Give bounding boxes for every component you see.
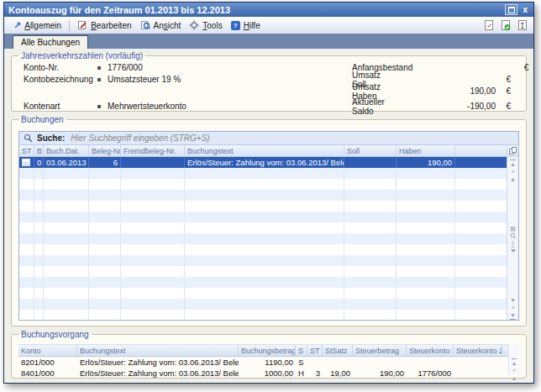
menu-hilfe[interactable]: ? Hilfe xyxy=(227,20,265,31)
zoom-icon[interactable] xyxy=(510,233,517,240)
cell-steuerbetrag xyxy=(353,357,407,368)
transaction-legend: Buchungsvorgang xyxy=(18,330,92,339)
field-value: 190,00 xyxy=(395,86,496,96)
menu-bearbeiten[interactable]: Bearbeiten xyxy=(73,19,135,31)
cell-st: 3 xyxy=(307,368,323,379)
column-header-st[interactable]: ST xyxy=(307,345,323,356)
summary-section: Jahresverkehrszahlen (vorläufig) Konto-N… xyxy=(11,51,527,112)
app-window: Kontoauszug für den Zeitraum 01.2013 bis… xyxy=(3,2,534,384)
card-view-icon[interactable]: ▤ xyxy=(510,225,516,233)
column-header-stsatz[interactable]: StSatz xyxy=(323,345,353,356)
sum-icon[interactable]: ∑ xyxy=(511,240,515,248)
scroll-down-icon[interactable]: ▼ xyxy=(510,296,516,304)
menu-bearbeiten-label: Bearbeiten xyxy=(91,21,131,30)
view-magnifier-icon xyxy=(140,20,150,30)
tab-alle-buchungen[interactable]: Alle Buchungen xyxy=(13,35,88,49)
menu-allgemein-label: Allgemein xyxy=(24,21,61,30)
field-label: Konto-Nr. xyxy=(24,63,97,72)
cell-konto: 8401/000 xyxy=(18,368,77,379)
sum-document-icon[interactable]: Σ xyxy=(517,19,528,31)
column-header-buchungstext[interactable]: Buchungstext xyxy=(185,145,344,156)
booking-empty-row[interactable] xyxy=(19,179,507,190)
column-chooser-icon[interactable] xyxy=(507,145,518,157)
content-area: Jahresverkehrszahlen (vorläufig) Konto-N… xyxy=(4,49,533,383)
report-document-icon[interactable] xyxy=(483,19,495,31)
cell-steuerkonto2 xyxy=(454,368,502,379)
booking-empty-row[interactable] xyxy=(19,277,507,288)
bookings-header-row: ST B Buch.Dat. Beleg-Nr. Fremdbeleg-Nr. … xyxy=(19,145,507,157)
filter-icon[interactable] xyxy=(511,249,516,253)
booking-row-selected[interactable]: 0 03.06.2013 6 Erlös/Steuer: Zahlung vom… xyxy=(19,157,507,168)
column-header-steuerkonto2[interactable]: Steuerkonto 2 xyxy=(454,345,502,356)
titlebar: Kontoauszug für den Zeitraum 01.2013 bis… xyxy=(4,3,533,17)
column-header-s[interactable]: S xyxy=(296,345,307,356)
scroll-up-icon[interactable]: ▲ xyxy=(510,175,516,183)
field-value: -190,00 xyxy=(395,102,496,111)
booking-empty-row[interactable] xyxy=(19,212,507,222)
summary-legend: Jahresverkehrszahlen (vorläufig) xyxy=(18,51,145,60)
booking-empty-row[interactable] xyxy=(19,255,507,266)
column-header-haben[interactable]: Haben xyxy=(397,145,455,156)
cell-date: 03.06.2013 xyxy=(44,157,89,168)
column-header-fremdbelegnr[interactable]: Fremdbeleg-Nr. xyxy=(121,145,185,156)
bookings-grid: Suche: ST B Buch.Dat. Beleg-Nr. Fremdbel… xyxy=(18,131,519,321)
booking-empty-row[interactable] xyxy=(19,233,507,244)
scroll-last-icon[interactable]: ▼ xyxy=(510,311,516,320)
cell-st xyxy=(307,357,323,368)
booking-empty-row[interactable] xyxy=(19,190,507,201)
search-label: Suche: xyxy=(37,133,65,143)
column-header-b[interactable]: B xyxy=(34,145,44,156)
field-value: Umsatzsteuer 19 % xyxy=(108,75,181,84)
menu-tools[interactable]: Tools xyxy=(185,19,226,31)
cell-konto: 8201/000 xyxy=(18,357,77,368)
bookings-section: Buchungen Suche: ST B Buch.Dat. xyxy=(11,115,527,327)
booking-empty-row[interactable] xyxy=(19,288,507,299)
booking-empty-row[interactable] xyxy=(19,201,507,212)
booking-empty-row[interactable] xyxy=(19,244,507,255)
transaction-row[interactable]: 8201/000 Erlös/Steuer: Zahlung vom: 03.0… xyxy=(18,357,508,368)
menu-hilfe-label: Hilfe xyxy=(244,21,260,30)
scroll-up-icon[interactable]: ▲ xyxy=(512,374,517,382)
field-value: 1776/000 xyxy=(108,63,143,72)
arrow-ne-icon: ↗ xyxy=(13,21,21,29)
field-marker-icon xyxy=(97,78,101,81)
cell-haben: 190,00 xyxy=(397,157,455,168)
currency-symbol: € xyxy=(518,63,528,72)
booking-empty-row[interactable] xyxy=(19,310,507,320)
insert-row-icon[interactable]: + xyxy=(512,367,516,374)
restore-icon xyxy=(508,7,515,13)
field-marker-icon xyxy=(97,66,101,70)
column-header-buchdat[interactable]: Buch.Dat. xyxy=(44,145,89,156)
column-header-buchungsbetrag[interactable]: Buchungsbetrag xyxy=(239,345,296,356)
booking-empty-row[interactable] xyxy=(19,168,507,179)
scroll-first-icon[interactable]: ▲ xyxy=(510,159,516,168)
transaction-header-row: Konto Buchungstext Buchungsbetrag S ST S… xyxy=(18,344,508,357)
transaction-row[interactable]: 8401/000 Erlös/Steuer: Zahlung vom: 03.0… xyxy=(18,368,508,379)
search-icon xyxy=(24,133,33,143)
check-document-icon[interactable] xyxy=(500,19,512,31)
column-header-belegnr[interactable]: Beleg-Nr. xyxy=(89,145,121,156)
transaction-side-toolbar: ▲ + ▲ xyxy=(508,344,519,374)
restore-button[interactable] xyxy=(505,4,517,15)
column-header-soll[interactable]: Soll xyxy=(344,145,397,156)
column-header-konto[interactable]: Konto xyxy=(18,345,77,356)
booking-empty-row[interactable] xyxy=(19,266,507,277)
field-marker-icon xyxy=(97,105,101,108)
cell-b: 0 xyxy=(34,157,44,168)
menu-ansicht-label: Ansicht xyxy=(154,21,181,30)
booking-empty-row[interactable] xyxy=(19,222,507,233)
column-header-st[interactable]: ST xyxy=(19,145,34,156)
menu-ansicht[interactable]: Ansicht xyxy=(136,19,186,31)
menu-allgemein[interactable]: ↗ Allgemein xyxy=(9,20,66,31)
cell-text: Erlös/Steuer: Zahlung vom: 03.06.2013/ B… xyxy=(77,368,239,379)
column-header-buchungstext[interactable]: Buchungstext xyxy=(77,345,239,356)
scroll-first-icon[interactable]: ▲ xyxy=(512,358,517,367)
column-header-steuerkonto1[interactable]: Steuerkonto 1 xyxy=(407,345,454,356)
column-header-steuerbetrag[interactable]: Steuerbetrag xyxy=(353,345,407,356)
close-button[interactable]: x xyxy=(521,5,529,14)
search-input[interactable] xyxy=(69,133,514,144)
append-row-icon[interactable]: + xyxy=(511,304,514,311)
booking-empty-row[interactable] xyxy=(19,299,507,310)
menu-tools-label: Tools xyxy=(202,21,222,30)
insert-row-icon[interactable]: + xyxy=(511,168,514,175)
